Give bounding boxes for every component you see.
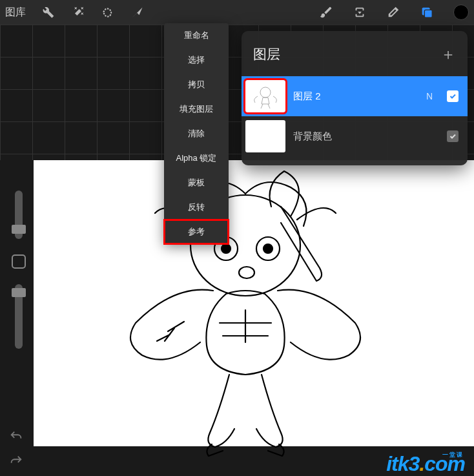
layer-name: 图层 2 (293, 90, 418, 103)
layers-header: 图层 ＋ (242, 40, 468, 76)
menu-invert[interactable]: 反转 (164, 195, 229, 220)
menu-rename[interactable]: 重命名 (164, 23, 229, 48)
layer-row[interactable]: 图层 2 N (242, 76, 468, 116)
canvas-artwork (97, 161, 394, 459)
svg-rect-1 (424, 10, 432, 17)
layers-panel: 图层 ＋ 图层 2 N 背景颜色 (242, 31, 468, 165)
gallery-button[interactable]: 图库 (5, 6, 26, 19)
side-controls (12, 191, 26, 349)
arrow-icon[interactable] (130, 5, 145, 19)
layers-title: 图层 (253, 45, 280, 63)
selection-icon[interactable] (101, 5, 115, 19)
layers-icon[interactable] (420, 5, 434, 19)
layer-context-menu: 重命名 选择 拷贝 填充图层 清除 Alpha 锁定 蒙板 反转 参考 (164, 23, 229, 244)
brush-size-handle[interactable] (12, 225, 26, 234)
layer-visibility-checkbox[interactable] (447, 90, 459, 102)
add-layer-button[interactable]: ＋ (440, 44, 456, 65)
shape-button[interactable] (12, 254, 26, 269)
watermark: 一堂课 itk3.com (386, 452, 465, 476)
menu-fill[interactable]: 填充图层 (164, 97, 229, 121)
menu-clear[interactable]: 清除 (164, 121, 229, 146)
layer-blend-mode[interactable]: N (426, 91, 433, 101)
smudge-icon[interactable] (353, 5, 367, 19)
color-picker[interactable] (453, 5, 469, 20)
eraser-icon[interactable] (386, 5, 400, 19)
undo-icon[interactable] (9, 429, 23, 446)
opacity-handle[interactable] (12, 288, 26, 297)
undo-redo-group (9, 429, 23, 471)
svg-point-7 (239, 267, 254, 278)
watermark-brand: itk3 (386, 452, 419, 475)
layer-thumbnail[interactable] (245, 120, 285, 152)
brush-icon[interactable] (319, 5, 333, 19)
toolbar-right (319, 5, 469, 20)
menu-mask[interactable]: 蒙板 (164, 171, 229, 195)
svg-point-6 (263, 244, 273, 253)
menu-alpha-lock[interactable]: Alpha 锁定 (164, 146, 229, 171)
opacity-slider[interactable] (15, 284, 23, 349)
layer-row[interactable]: 背景颜色 (242, 116, 468, 156)
toolbar-left: 图库 (5, 5, 145, 19)
layer-thumbnail[interactable] (245, 80, 285, 112)
menu-reference[interactable]: 参考 (164, 220, 229, 244)
svg-point-8 (260, 87, 271, 98)
layer-name: 背景颜色 (293, 130, 439, 143)
menu-select[interactable]: 选择 (164, 48, 229, 72)
svg-point-4 (222, 244, 231, 253)
magic-icon[interactable] (71, 5, 85, 19)
layer-visibility-checkbox[interactable] (447, 130, 459, 142)
brush-size-slider[interactable] (15, 191, 23, 239)
redo-icon[interactable] (9, 454, 23, 471)
top-toolbar: 图库 (0, 0, 474, 25)
watermark-sub: 一堂课 (442, 451, 464, 459)
menu-copy[interactable]: 拷贝 (164, 72, 229, 97)
wrench-icon[interactable] (41, 5, 56, 19)
